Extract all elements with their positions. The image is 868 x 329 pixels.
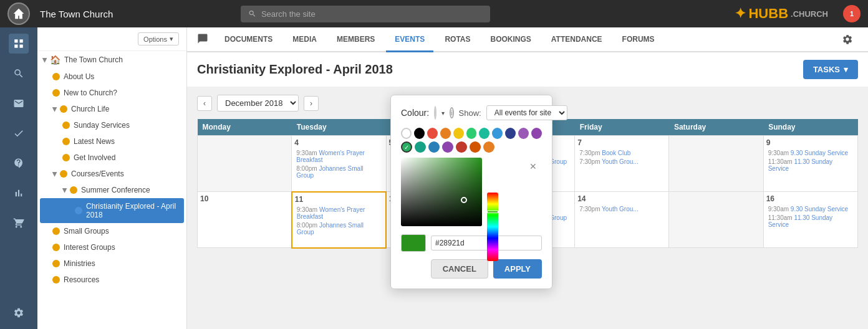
search-bar[interactable] bbox=[241, 6, 490, 22]
sidebar-icon-settings[interactable] bbox=[9, 303, 29, 323]
sidebar-item-summer[interactable]: ▶ Summer Conference bbox=[37, 182, 186, 198]
swatch-brightblue[interactable] bbox=[428, 141, 440, 153]
calendar-cell[interactable]: 169:30am 9.30 Sunday Service11:30am 11.3… bbox=[763, 192, 857, 248]
swatch-burnt[interactable] bbox=[470, 141, 481, 153]
calendar-cell[interactable] bbox=[198, 136, 292, 192]
calendar-event[interactable]: 9:30am 9.30 Sunday Service bbox=[766, 205, 855, 213]
dot-icon bbox=[52, 276, 60, 284]
swatch-teal[interactable] bbox=[479, 128, 489, 139]
calendar-cell[interactable] bbox=[669, 136, 763, 192]
swatch-navy[interactable] bbox=[505, 128, 516, 139]
calendar-cell[interactable]: 147:30pm Youth Grou... bbox=[575, 192, 669, 248]
calendar-event[interactable]: 7:30pm Youth Grou... bbox=[577, 205, 666, 213]
tasks-button[interactable]: TASKS ▾ bbox=[803, 60, 858, 79]
swatch-yellow[interactable] bbox=[453, 128, 464, 139]
colour-circle[interactable] bbox=[434, 106, 436, 120]
sidebar-item-smallgroups[interactable]: Small Groups bbox=[37, 223, 186, 239]
swatch-emerald[interactable] bbox=[415, 141, 426, 153]
settings-icon[interactable] bbox=[837, 27, 858, 52]
sidebar-item-new[interactable]: New to Church? bbox=[37, 85, 186, 101]
swatch-purple[interactable] bbox=[518, 128, 529, 139]
sidebar-icon-cart[interactable] bbox=[9, 213, 29, 233]
nav-media[interactable]: MEDIA bbox=[284, 27, 326, 52]
swatch-selected-green[interactable]: ✓ bbox=[401, 141, 412, 153]
calendar-event[interactable]: 9:30am 9.30 Sunday Service bbox=[766, 149, 855, 157]
nav-rotas[interactable]: ROTAS bbox=[436, 27, 479, 52]
swatch-darkpurple[interactable] bbox=[531, 128, 542, 139]
calendar-cell[interactable]: 77:30pm Book Club7:30pm Youth Grou... bbox=[575, 136, 669, 192]
prev-month-button[interactable]: ‹ bbox=[197, 96, 212, 111]
swatch-black[interactable] bbox=[414, 128, 425, 139]
info-icon[interactable]: i bbox=[450, 107, 453, 118]
sidebar-item-courses[interactable]: ▶ Courses/Events bbox=[37, 166, 186, 182]
swatch-blue[interactable] bbox=[492, 128, 503, 139]
sidebar-item-involved[interactable]: Get Involved bbox=[37, 150, 186, 166]
calendar-event[interactable]: 9:30am Women's Prayer Breakfast bbox=[294, 149, 383, 164]
sidebar-icon-grid[interactable] bbox=[9, 34, 29, 54]
calendar-event[interactable]: 11:30am 11.30 Sunday Service bbox=[766, 214, 855, 229]
sidebar-icon-check[interactable] bbox=[9, 123, 29, 143]
hue-slider[interactable] bbox=[487, 193, 498, 261]
gradient-picker[interactable] bbox=[401, 158, 482, 226]
top-navigation: The Town Church ✦ HUBB.CHURCH 1 bbox=[0, 0, 868, 27]
calendar-cell[interactable]: 10 bbox=[198, 192, 292, 248]
calendar-cell[interactable] bbox=[669, 192, 763, 248]
tree-sidebar: Options ▾ ▶ 🏠 The Town Church About Us N… bbox=[37, 27, 187, 329]
close-picker-button[interactable]: ✕ bbox=[527, 160, 539, 173]
tree-options-bar: Options ▾ bbox=[37, 27, 186, 51]
calendar-event[interactable]: 11:30am 11.30 Sunday Service bbox=[766, 158, 855, 173]
options-button[interactable]: Options ▾ bbox=[138, 32, 179, 45]
notification-bell[interactable]: 1 bbox=[843, 5, 861, 22]
day-number: 7 bbox=[577, 138, 666, 147]
day-number: 9 bbox=[766, 138, 855, 147]
calendar-event[interactable]: 7:30pm Book Club bbox=[577, 149, 666, 157]
icon-sidebar bbox=[0, 27, 37, 329]
sidebar-item-christianity[interactable]: Christianity Explored - April 2018 bbox=[40, 198, 184, 223]
sidebar-item-resources[interactable]: Resources bbox=[37, 272, 186, 288]
calendar-event[interactable]: 8:00pm Johannes Small Group bbox=[295, 221, 383, 236]
event-time: 9:30am bbox=[768, 150, 789, 156]
calendar-cell[interactable]: 49:30am Women's Prayer Breakfast8:00pm J… bbox=[292, 136, 386, 192]
calendar-event[interactable]: 7:30pm Youth Grou... bbox=[577, 158, 666, 166]
nav-attendance[interactable]: ATTENDANCE bbox=[542, 27, 611, 52]
cancel-button[interactable]: CANCEL bbox=[431, 259, 488, 279]
calendar-cell[interactable]: 99:30am 9.30 Sunday Service11:30am 11.30… bbox=[763, 136, 857, 192]
show-selector[interactable]: All events for site bbox=[486, 105, 567, 120]
sidebar-item-label: Church Life bbox=[71, 105, 109, 113]
nav-documents[interactable]: DOCUMENTS bbox=[216, 27, 281, 52]
logo-icon[interactable] bbox=[7, 2, 30, 25]
colour-dropdown-arrow[interactable]: ▾ bbox=[441, 110, 445, 117]
swatch-red[interactable] bbox=[427, 128, 438, 139]
sidebar-icon-mail[interactable] bbox=[9, 93, 29, 113]
swatch-amber[interactable] bbox=[483, 141, 494, 153]
sidebar-icon-pound[interactable] bbox=[9, 153, 29, 173]
swatch-white[interactable] bbox=[401, 128, 412, 139]
apply-button[interactable]: APPLY bbox=[493, 259, 542, 279]
sidebar-item-news[interactable]: Latest News bbox=[37, 133, 186, 150]
nav-members[interactable]: MEMBERS bbox=[328, 27, 383, 52]
nav-forums[interactable]: FORUMS bbox=[614, 27, 663, 52]
next-month-button[interactable]: › bbox=[304, 96, 319, 111]
caret-icon: ▶ bbox=[62, 188, 69, 193]
sidebar-icon-chart[interactable] bbox=[9, 183, 29, 203]
nav-bookings[interactable]: BOOKINGS bbox=[481, 27, 539, 52]
sidebar-item-churchlife[interactable]: ▶ Church Life bbox=[37, 101, 186, 117]
swatch-orange[interactable] bbox=[440, 128, 451, 139]
calendar-event[interactable]: 8:00pm Johannes Small Group bbox=[294, 164, 383, 179]
sidebar-item-root[interactable]: ▶ 🏠 The Town Church bbox=[37, 51, 186, 69]
swatch-violet[interactable] bbox=[442, 141, 453, 153]
calendar-event[interactable]: 9:30am Women's Prayer Breakfast bbox=[295, 206, 383, 221]
swatch-green[interactable] bbox=[466, 128, 477, 139]
search-input[interactable] bbox=[261, 9, 483, 19]
sidebar-item-ministries[interactable]: Ministries bbox=[37, 255, 186, 272]
sidebar-item-about[interactable]: About Us bbox=[37, 69, 186, 85]
swatch-crimson[interactable] bbox=[456, 141, 467, 153]
hex-input[interactable] bbox=[431, 236, 542, 250]
sidebar-item-interest[interactable]: Interest Groups bbox=[37, 239, 186, 255]
message-icon[interactable] bbox=[197, 33, 208, 46]
calendar-cell[interactable]: 119:30am Women's Prayer Breakfast8:00pm … bbox=[292, 192, 386, 248]
sidebar-item-sunday[interactable]: Sunday Services bbox=[37, 117, 186, 133]
month-selector[interactable]: December 2018 bbox=[217, 95, 299, 112]
sidebar-icon-search[interactable] bbox=[9, 64, 29, 83]
nav-events[interactable]: EVENTS bbox=[386, 27, 433, 52]
